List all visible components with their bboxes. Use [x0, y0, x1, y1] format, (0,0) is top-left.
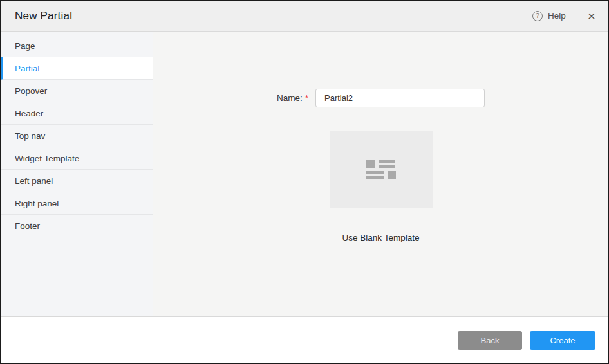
sidebar-item-label: Right panel — [15, 199, 59, 208]
sidebar-item-header[interactable]: Header — [1, 102, 153, 125]
component-type-sidebar: PagePartialPopoverHeaderTop navWidget Te… — [1, 32, 153, 316]
help-question-icon: ? — [532, 11, 543, 21]
create-button[interactable]: Create — [530, 331, 595, 350]
back-button[interactable]: Back — [458, 331, 522, 350]
sidebar-item-right-panel[interactable]: Right panel — [1, 192, 153, 215]
sidebar-item-top-nav[interactable]: Top nav — [1, 125, 153, 147]
main-content: Name: * Use Blank Template — [153, 32, 608, 316]
sidebar-item-label: Footer — [15, 221, 40, 231]
header-actions: ? Help × — [532, 9, 595, 23]
help-label: Help — [548, 11, 566, 21]
name-form-row: Name: * — [153, 89, 608, 107]
page-title: New Partial — [15, 10, 72, 23]
name-input[interactable] — [315, 89, 485, 107]
blank-template-thumbnail[interactable] — [330, 131, 433, 208]
sidebar-item-label: Partial — [15, 64, 39, 73]
name-label: Name: — [277, 93, 303, 103]
help-button[interactable]: ? Help — [532, 11, 566, 21]
use-blank-template-label[interactable]: Use Blank Template — [153, 233, 608, 242]
sidebar-item-label: Widget Template — [15, 154, 79, 163]
sidebar-item-left-panel[interactable]: Left panel — [1, 170, 153, 192]
sidebar-item-footer[interactable]: Footer — [1, 215, 153, 237]
dialog-footer: Back Create — [1, 316, 608, 363]
sidebar-item-label: Left panel — [15, 176, 53, 186]
close-icon[interactable]: × — [588, 9, 595, 23]
article-layout-icon — [366, 160, 396, 179]
sidebar-item-popover[interactable]: Popover — [1, 80, 153, 102]
sidebar-item-label: Popover — [15, 86, 47, 96]
dialog-header: New Partial ? Help × — [1, 1, 608, 32]
dialog-body: PagePartialPopoverHeaderTop navWidget Te… — [1, 32, 608, 316]
sidebar-item-label: Top nav — [15, 131, 45, 141]
sidebar-item-partial[interactable]: Partial — [1, 57, 153, 80]
sidebar-item-label: Page — [15, 41, 35, 51]
sidebar-item-page[interactable]: Page — [1, 35, 153, 57]
required-asterisk: * — [305, 93, 308, 103]
new-partial-dialog: New Partial ? Help × PagePartialPopoverH… — [0, 0, 609, 364]
sidebar-item-widget-template[interactable]: Widget Template — [1, 147, 153, 170]
sidebar-item-label: Header — [15, 109, 43, 118]
